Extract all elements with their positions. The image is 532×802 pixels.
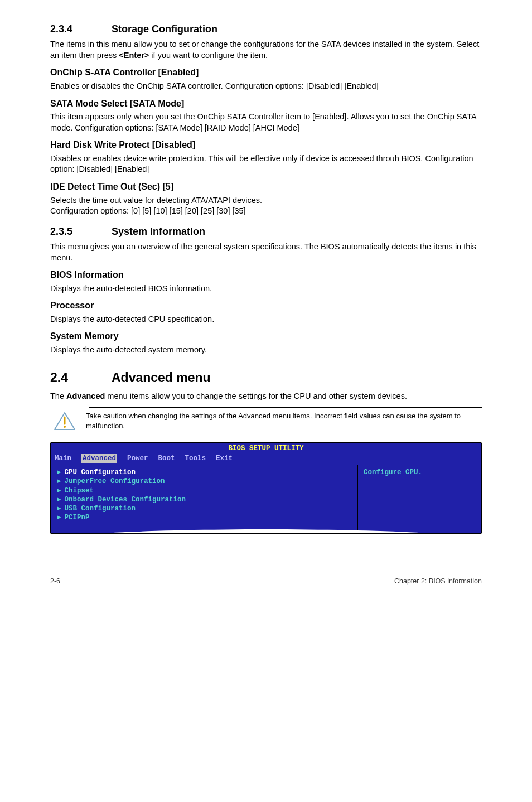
onchip-sata-heading: OnChip S-ATA Controller [Enabled] <box>50 66 482 79</box>
section-234-heading: 2.3.4Storage Configuration <box>50 22 482 36</box>
bios-item-label: USB Configuration <box>65 504 136 513</box>
bios-tab-row: Main Advanced Power Boot Tools Exit <box>51 454 481 465</box>
ide-detect-text-2: Configuration options: [0] [5] [10] [15]… <box>50 206 482 217</box>
section-number: 2.4 <box>50 369 112 386</box>
bios-item-label: Onboard Devices Configuration <box>65 495 186 504</box>
bios-item-usb[interactable]: ▶USB Configuration <box>57 504 352 513</box>
section-title: Advanced menu <box>112 370 211 385</box>
caution-icon <box>54 412 76 431</box>
triangle-icon: ▶ <box>57 513 61 522</box>
section-24-intro: The Advanced menu items allow you to cha… <box>50 391 482 402</box>
caution-note: Take caution when changing the settings … <box>89 407 482 434</box>
tab-boot[interactable]: Boot <box>158 454 175 463</box>
bios-item-label: JumperFree Configuration <box>65 477 165 486</box>
bios-item-cpu[interactable]: ▶CPU Configuration <box>57 468 352 477</box>
bios-screenshot: BIOS SETUP UTILITY Main Advanced Power B… <box>50 442 482 533</box>
system-memory-heading: System Memory <box>50 330 482 342</box>
onchip-sata-text: Enables or disables the OnChip SATA cont… <box>50 81 482 92</box>
triangle-icon: ▶ <box>57 477 61 486</box>
section-title: System Information <box>112 226 205 237</box>
bios-item-label: PCIPnP <box>65 513 90 522</box>
tab-advanced[interactable]: Advanced <box>81 454 117 463</box>
ide-detect-heading: IDE Detect Time Out (Sec) [5] <box>50 181 482 193</box>
page-number: 2-6 <box>50 577 60 586</box>
advanced-keyword: Advanced <box>66 392 105 400</box>
processor-heading: Processor <box>50 299 482 312</box>
section-title: Storage Configuration <box>112 23 217 35</box>
bios-item-label: CPU Configuration <box>65 468 136 477</box>
tab-exit[interactable]: Exit <box>216 454 233 463</box>
tab-main[interactable]: Main <box>55 454 71 463</box>
triangle-icon: ▶ <box>57 504 61 513</box>
triangle-icon: ▶ <box>57 468 61 477</box>
text: The <box>50 392 66 400</box>
sata-mode-text: This item appears only when you set the … <box>50 112 482 133</box>
section-235-heading: 2.3.5System Information <box>50 225 482 238</box>
chapter-label: Chapter 2: BIOS information <box>394 577 482 586</box>
bios-item-jumperfree[interactable]: ▶JumperFree Configuration <box>57 477 352 486</box>
enter-hotkey: <Enter> <box>119 51 149 60</box>
bios-title: BIOS SETUP UTILITY <box>55 445 477 453</box>
caution-text: Take caution when changing the settings … <box>86 411 482 431</box>
bios-item-pcipnp[interactable]: ▶PCIPnP <box>57 513 352 522</box>
text: if you want to configure the item. <box>149 51 268 60</box>
triangle-icon: ▶ <box>57 495 61 504</box>
hdd-write-protect-text: Disables or enables device write protect… <box>50 153 482 175</box>
section-235-intro: This menu gives you an overview of the g… <box>50 241 482 263</box>
bios-help-text: Configure CPU. <box>364 468 475 477</box>
bios-item-chipset[interactable]: ▶Chipset <box>57 486 352 495</box>
hdd-write-protect-heading: Hard Disk Write Protect [Disabled] <box>50 139 482 151</box>
section-number: 2.3.5 <box>50 225 112 238</box>
svg-point-2 <box>64 426 66 428</box>
tab-power[interactable]: Power <box>127 454 148 463</box>
text: menu items allow you to change the setti… <box>105 392 407 400</box>
bios-menu-pane: ▶CPU Configuration ▶JumperFree Configura… <box>51 465 358 533</box>
triangle-icon: ▶ <box>57 486 61 495</box>
section-24-heading: 2.4Advanced menu <box>50 369 482 386</box>
section-number: 2.3.4 <box>50 22 112 36</box>
bios-info-text: Displays the auto-detected BIOS informat… <box>50 283 482 294</box>
bios-help-pane: Configure CPU. <box>358 465 481 533</box>
processor-text: Displays the auto-detected CPU specifica… <box>50 314 482 325</box>
section-234-intro: The items in this menu allow you to set … <box>50 39 482 61</box>
bios-info-heading: BIOS Information <box>50 269 482 281</box>
sata-mode-heading: SATA Mode Select [SATA Mode] <box>50 98 482 110</box>
ide-detect-text-1: Selects the time out value for detecting… <box>50 195 482 206</box>
tab-tools[interactable]: Tools <box>185 454 206 463</box>
system-memory-text: Displays the auto-detected system memory… <box>50 345 482 356</box>
bios-item-onboard[interactable]: ▶Onboard Devices Configuration <box>57 495 352 504</box>
bios-item-label: Chipset <box>65 486 94 495</box>
page-footer: 2-6 Chapter 2: BIOS information <box>50 573 482 586</box>
